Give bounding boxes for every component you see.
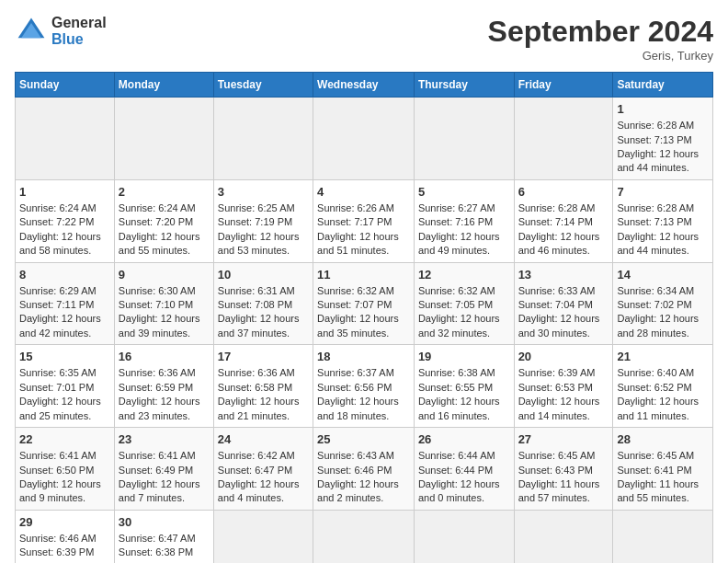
calendar-cell-empty — [613, 510, 713, 563]
logo: General Blue — [15, 15, 107, 48]
calendar-week-row: 15Sunrise: 6:35 AMSunset: 7:01 PMDayligh… — [16, 345, 713, 428]
calendar-cell-empty — [414, 510, 514, 563]
header-wednesday: Wednesday — [313, 73, 415, 98]
calendar-week-row: 29Sunrise: 6:46 AMSunset: 6:39 PMDayligh… — [16, 510, 713, 563]
calendar-cell-empty — [16, 98, 115, 180]
month-title: September 2024 — [488, 15, 713, 49]
calendar-week-row: 8Sunrise: 6:29 AMSunset: 7:11 PMDaylight… — [16, 262, 713, 345]
logo-text: General Blue — [51, 15, 107, 48]
title-block: September 2024 Geris, Turkey — [488, 15, 713, 63]
header-sunday: Sunday — [16, 73, 115, 98]
calendar-cell: 23Sunrise: 6:41 AMSunset: 6:49 PMDayligh… — [114, 428, 213, 511]
calendar-cell: 20Sunrise: 6:39 AMSunset: 6:53 PMDayligh… — [514, 345, 613, 428]
calendar-cell: 1Sunrise: 6:28 AMSunset: 7:13 PMDaylight… — [613, 98, 713, 180]
calendar-cell: 29Sunrise: 6:46 AMSunset: 6:39 PMDayligh… — [16, 510, 115, 563]
header-thursday: Thursday — [414, 73, 514, 98]
calendar-cell-empty — [313, 98, 415, 180]
calendar-cell: 15Sunrise: 6:35 AMSunset: 7:01 PMDayligh… — [16, 345, 115, 428]
calendar-cell: 9Sunrise: 6:30 AMSunset: 7:10 PMDaylight… — [114, 262, 213, 345]
calendar-cell: 6Sunrise: 6:28 AMSunset: 7:14 PMDaylight… — [514, 179, 613, 262]
calendar-cell: 21Sunrise: 6:40 AMSunset: 6:52 PMDayligh… — [613, 345, 713, 428]
calendar-cell: 19Sunrise: 6:38 AMSunset: 6:55 PMDayligh… — [414, 345, 514, 428]
header-friday: Friday — [514, 73, 613, 98]
calendar-cell: 10Sunrise: 6:31 AMSunset: 7:08 PMDayligh… — [213, 262, 313, 345]
page-header: General Blue September 2024 Geris, Turke… — [15, 15, 713, 63]
calendar-week-row: 1Sunrise: 6:28 AMSunset: 7:13 PMDaylight… — [16, 98, 713, 180]
calendar-cell-empty — [313, 510, 415, 563]
calendar-cell: 16Sunrise: 6:36 AMSunset: 6:59 PMDayligh… — [114, 345, 213, 428]
calendar-cell: 17Sunrise: 6:36 AMSunset: 6:58 PMDayligh… — [213, 345, 313, 428]
calendar-cell: 13Sunrise: 6:33 AMSunset: 7:04 PMDayligh… — [514, 262, 613, 345]
calendar-cell: 12Sunrise: 6:32 AMSunset: 7:05 PMDayligh… — [414, 262, 514, 345]
calendar-cell: 3Sunrise: 6:25 AMSunset: 7:19 PMDaylight… — [213, 179, 313, 262]
header-saturday: Saturday — [613, 73, 713, 98]
calendar-cell: 18Sunrise: 6:37 AMSunset: 6:56 PMDayligh… — [313, 345, 415, 428]
calendar-cell: 5Sunrise: 6:27 AMSunset: 7:16 PMDaylight… — [414, 179, 514, 262]
calendar-week-row: 1Sunrise: 6:24 AMSunset: 7:22 PMDaylight… — [16, 179, 713, 262]
calendar-cell: 1Sunrise: 6:24 AMSunset: 7:22 PMDaylight… — [16, 179, 115, 262]
calendar-cell-empty — [114, 98, 213, 180]
calendar-cell-empty — [213, 510, 313, 563]
calendar-cell: 26Sunrise: 6:44 AMSunset: 6:44 PMDayligh… — [414, 428, 514, 511]
calendar-cell: 24Sunrise: 6:42 AMSunset: 6:47 PMDayligh… — [213, 428, 313, 511]
calendar-cell: 30Sunrise: 6:47 AMSunset: 6:38 PMDayligh… — [114, 510, 213, 563]
calendar-cell: 14Sunrise: 6:34 AMSunset: 7:02 PMDayligh… — [613, 262, 713, 345]
calendar-cell: 27Sunrise: 6:45 AMSunset: 6:43 PMDayligh… — [514, 428, 613, 511]
calendar-cell-empty — [514, 98, 613, 180]
location-subtitle: Geris, Turkey — [488, 49, 713, 63]
calendar-cell: 25Sunrise: 6:43 AMSunset: 6:46 PMDayligh… — [313, 428, 415, 511]
calendar-cell: 28Sunrise: 6:45 AMSunset: 6:41 PMDayligh… — [613, 428, 713, 511]
calendar-header-row: SundayMondayTuesdayWednesdayThursdayFrid… — [16, 73, 713, 98]
calendar-cell-empty — [514, 510, 613, 563]
calendar-cell-empty — [414, 98, 514, 180]
calendar-cell: 11Sunrise: 6:32 AMSunset: 7:07 PMDayligh… — [313, 262, 415, 345]
logo-icon — [15, 15, 48, 48]
header-tuesday: Tuesday — [213, 73, 313, 98]
calendar-cell: 8Sunrise: 6:29 AMSunset: 7:11 PMDaylight… — [16, 262, 115, 345]
calendar-cell: 4Sunrise: 6:26 AMSunset: 7:17 PMDaylight… — [313, 179, 415, 262]
calendar-cell-empty — [213, 98, 313, 180]
calendar-week-row: 22Sunrise: 6:41 AMSunset: 6:50 PMDayligh… — [16, 428, 713, 511]
calendar-cell: 7Sunrise: 6:28 AMSunset: 7:13 PMDaylight… — [613, 179, 713, 262]
calendar-table: SundayMondayTuesdayWednesdayThursdayFrid… — [15, 72, 713, 563]
header-monday: Monday — [114, 73, 213, 98]
calendar-cell: 2Sunrise: 6:24 AMSunset: 7:20 PMDaylight… — [114, 179, 213, 262]
calendar-cell: 22Sunrise: 6:41 AMSunset: 6:50 PMDayligh… — [16, 428, 115, 511]
